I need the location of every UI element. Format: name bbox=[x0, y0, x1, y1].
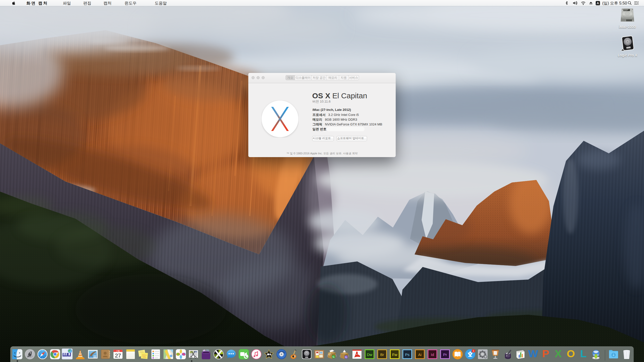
svg-text:P: P bbox=[542, 348, 549, 359]
svg-text:Ai: Ai bbox=[418, 352, 421, 357]
svg-text:O: O bbox=[567, 348, 575, 359]
svg-text:G: G bbox=[333, 355, 335, 358]
svg-text:Br: Br bbox=[380, 352, 384, 357]
svg-text:Pr: Pr bbox=[443, 352, 447, 357]
svg-text:27: 27 bbox=[115, 352, 121, 359]
svg-text:Dw: Dw bbox=[367, 352, 372, 357]
svg-text:W: W bbox=[528, 348, 538, 359]
svg-text:G: G bbox=[345, 356, 347, 358]
svg-text:1: 1 bbox=[473, 350, 474, 352]
svg-text:Fw: Fw bbox=[392, 352, 397, 357]
svg-text:X: X bbox=[555, 348, 562, 359]
svg-text:Ps: Ps bbox=[405, 352, 410, 357]
svg-text:12월: 12월 bbox=[116, 350, 120, 352]
svg-text:L: L bbox=[580, 348, 587, 359]
svg-text:Id: Id bbox=[431, 352, 434, 357]
